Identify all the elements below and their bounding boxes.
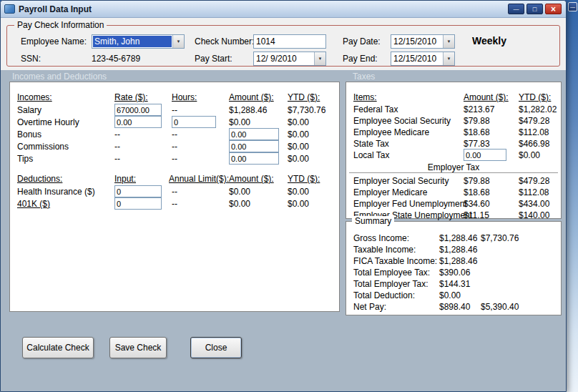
overtime-ytd: $0.00 xyxy=(288,117,309,127)
tips-hours: -- xyxy=(172,154,177,164)
er-medicare-amount: $18.68 xyxy=(464,187,490,197)
state-tax-label: State Tax xyxy=(353,139,389,149)
payroll-window: Payroll Data Input — □ × Pay Check Infor… xyxy=(0,0,567,392)
total-employee-tax-value: $390.06 xyxy=(439,268,470,278)
pay-start-label: Pay Start: xyxy=(195,54,232,64)
tax-ytd-col-header: YTD ($): xyxy=(519,92,551,102)
save-check-button[interactable]: Save Check xyxy=(109,337,167,358)
tips-amount-input[interactable] xyxy=(229,152,279,165)
pay-date-value: 12/15/2010 xyxy=(391,35,443,48)
pay-end-picker[interactable]: 12/15/2010 ▼ xyxy=(391,52,455,66)
total-deduction-label: Total Deduction: xyxy=(353,290,415,300)
close-button[interactable]: Close xyxy=(190,337,242,358)
summary-row-total-employer-tax: Total Employer Tax: $144.31 xyxy=(346,279,561,291)
tax-row-er-fed-unemp: Employer Fed Unemployment $34.60 $434.00 xyxy=(346,199,561,211)
deduction-row-401k: 401K ($) -- $0.00 $0.00 xyxy=(10,199,339,211)
local-tax-label: Local Tax xyxy=(353,150,389,160)
ssn-label: SSN: xyxy=(21,54,41,64)
app-icon xyxy=(4,4,15,14)
summary-row-total-employee-tax: Total Employee Tax: $390.06 xyxy=(346,268,561,280)
input-col-header: Input: xyxy=(114,174,136,184)
pay-start-value: 12/ 9/2010 xyxy=(254,52,314,65)
salary-ytd: $7,730.76 xyxy=(288,105,325,115)
employee-name-select[interactable]: Smith, John ▼ xyxy=(92,34,185,49)
chevron-down-icon[interactable]: ▼ xyxy=(443,35,454,48)
commissions-ytd: $0.00 xyxy=(288,142,309,152)
tax-row-er-ss: Employer Social Security $79.88 $479.28 xyxy=(346,176,561,188)
overtime-rate-input[interactable] xyxy=(114,116,162,128)
er-medicare-ytd: $112.08 xyxy=(519,187,549,197)
pay-start-picker[interactable]: 12/ 9/2010 ▼ xyxy=(253,52,326,66)
emp-ss-label: Employee Social Security xyxy=(353,116,451,126)
window-controls: — □ × xyxy=(506,4,562,14)
employee-name-label: Employee Name: xyxy=(21,36,87,46)
gross-income-ytd: $7,730.76 xyxy=(481,233,519,243)
health-insurance-input[interactable] xyxy=(114,185,162,197)
pay-check-info-groupbox: Pay Check Information Employee Name: Smi… xyxy=(6,25,560,67)
tax-row-er-medicare: Employer Medicare $18.68 $112.08 xyxy=(346,187,561,200)
total-employer-tax-value: $144.31 xyxy=(439,279,470,289)
health-insurance-limit: -- xyxy=(172,187,177,197)
employer-tax-subheader: Employer Tax xyxy=(349,162,558,173)
emp-medicare-ytd: $112.08 xyxy=(519,127,549,137)
commissions-amount-input[interactable] xyxy=(229,140,279,152)
emp-medicare-amount: $18.68 xyxy=(464,127,490,137)
fica-taxable-value: $1,288.46 xyxy=(439,256,477,266)
total-employee-tax-label: Total Employee Tax: xyxy=(353,268,430,278)
deductions-header-row: Deductions: Input: Annual Limit($): Amou… xyxy=(10,174,339,186)
deduction-401k-link[interactable]: 401K ($) xyxy=(17,199,50,209)
salary-rate-input[interactable] xyxy=(114,104,162,116)
check-number-label: Check Number: xyxy=(195,36,254,46)
overtime-label: Overtime Hourly xyxy=(17,117,79,127)
overtime-amount: $0.00 xyxy=(229,117,250,127)
salary-label: Salary xyxy=(17,105,41,115)
title-bar[interactable]: Payroll Data Input — □ × xyxy=(1,1,566,18)
overtime-hours-input[interactable] xyxy=(172,116,216,128)
pay-frequency-label: Weekly xyxy=(472,35,506,46)
section-taxes: Taxes xyxy=(353,72,375,82)
pay-end-value: 12/15/2010 xyxy=(391,52,443,65)
pay-date-label: Pay Date: xyxy=(343,36,381,46)
calculate-check-button[interactable]: Calculate Check xyxy=(22,337,94,358)
deduction-401k-ytd: $0.00 xyxy=(288,199,309,209)
deduction-401k-input[interactable] xyxy=(114,197,162,210)
er-ss-amount: $79.88 xyxy=(464,176,490,186)
deduction-row-health-insurance: Health Insurance ($) -- $0.00 $0.00 xyxy=(10,187,339,199)
emp-ss-ytd: $479.28 xyxy=(519,116,549,126)
bonus-label: Bonus xyxy=(17,129,41,139)
summary-row-gross: Gross Income: $1,288.46 $7,730.76 xyxy=(346,233,561,245)
bonus-amount-input[interactable] xyxy=(229,128,279,140)
total-employer-tax-label: Total Employer Tax: xyxy=(353,279,428,289)
health-insurance-ytd: $0.00 xyxy=(288,187,309,197)
amount-col-header: Amount ($): xyxy=(229,92,274,102)
rate-col-header: Rate ($): xyxy=(114,92,148,102)
total-deduction-value: $0.00 xyxy=(439,290,461,300)
check-number-input[interactable] xyxy=(253,34,326,49)
summary-title: Summary xyxy=(352,216,394,226)
federal-tax-label: Federal Tax xyxy=(353,104,398,114)
local-tax-input[interactable] xyxy=(464,149,506,161)
summary-row-taxable: Taxable Income: $1,288.46 xyxy=(346,245,561,257)
close-window-button[interactable]: × xyxy=(545,4,562,14)
local-tax-ytd: $0.00 xyxy=(519,150,540,160)
federal-tax-amount: $213.67 xyxy=(464,104,494,114)
summary-row-fica: FICA Taxable Income: $1,288.46 xyxy=(346,256,561,268)
chevron-down-icon[interactable]: ▼ xyxy=(172,35,184,48)
er-ss-label: Employer Social Security xyxy=(353,176,449,186)
minimize-button[interactable]: — xyxy=(508,4,524,14)
commissions-label: Commissions xyxy=(17,142,69,152)
tips-ytd: $0.00 xyxy=(288,154,309,164)
chevron-down-icon[interactable]: ▼ xyxy=(443,52,454,65)
er-state-unemp-amount: $11.15 xyxy=(464,210,489,220)
annual-limit-col-header: Annual Limit($): xyxy=(169,174,229,184)
state-tax-ytd: $466.98 xyxy=(519,139,549,149)
chevron-down-icon[interactable]: ▼ xyxy=(314,52,325,65)
pay-date-picker[interactable]: 12/15/2010 ▼ xyxy=(391,34,455,49)
window-title: Payroll Data Input xyxy=(19,4,92,14)
maximize-button[interactable]: □ xyxy=(526,4,543,14)
er-medicare-label: Employer Medicare xyxy=(353,187,427,197)
bonus-ytd: $0.00 xyxy=(288,129,309,139)
deduction-401k-limit: -- xyxy=(172,199,177,209)
background-window-button[interactable]: — xyxy=(568,2,577,11)
er-fed-unemp-label: Employer Fed Unemployment xyxy=(353,199,467,209)
